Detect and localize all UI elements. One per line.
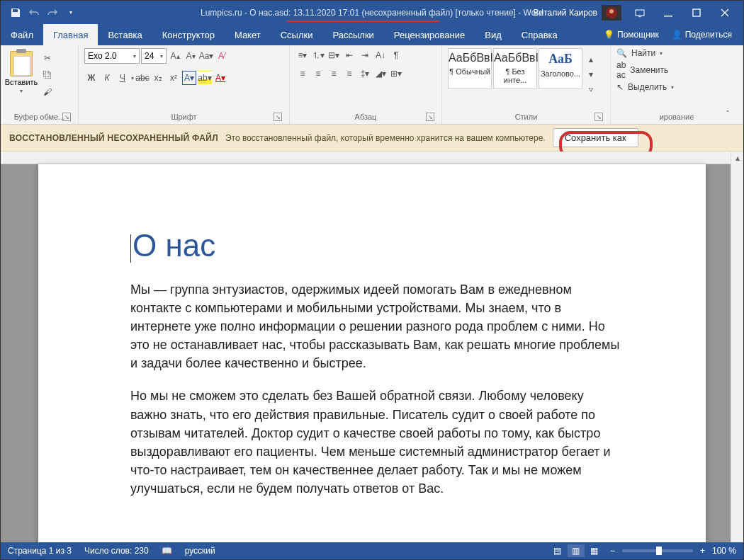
recovery-title: ВОССТАНОВЛЕННЫЙ НЕСОХРАНЕННЫЙ ФАЙЛ — [9, 133, 218, 143]
svg-rect-2 — [636, 10, 644, 16]
styles-row-up-icon[interactable]: ▴ — [584, 52, 598, 67]
qat-customize-icon[interactable]: ▾ — [64, 6, 77, 19]
tab-view[interactable]: Вид — [475, 24, 512, 45]
cursor-icon: ↖ — [616, 82, 624, 92]
tab-home[interactable]: Главная — [43, 24, 98, 45]
tab-design[interactable]: Конструктор — [152, 24, 225, 45]
zoom-out-icon[interactable]: − — [610, 546, 615, 556]
change-case-icon[interactable]: Aa▾ — [199, 49, 213, 63]
dialog-launcher-icon[interactable]: ↘ — [62, 113, 71, 121]
document-area: ▴ О нас Мы — группа энтузиастов, одержим… — [1, 152, 743, 542]
tab-review[interactable]: Рецензирование — [384, 24, 475, 45]
align-left-icon[interactable]: ≡ — [295, 67, 310, 81]
paste-button[interactable]: Вставить ▾ — [6, 48, 36, 111]
collapse-ribbon-icon[interactable]: ˆ — [726, 110, 738, 121]
share-icon: 👤 — [672, 30, 682, 40]
dialog-launcher-icon[interactable]: ↘ — [426, 113, 434, 121]
borders-icon[interactable]: ⊞▾ — [389, 67, 403, 81]
select-button[interactable]: ↖Выделить ▾ — [616, 82, 674, 92]
tab-insert[interactable]: Вставка — [98, 24, 152, 45]
bold-button[interactable]: Ж — [84, 71, 98, 85]
text-effects-icon[interactable]: A▾ — [182, 71, 196, 85]
clear-format-icon[interactable]: A⁄ — [215, 49, 229, 63]
vertical-scrollbar[interactable]: ▴ — [731, 152, 743, 542]
increase-indent-icon[interactable]: ⇥ — [358, 48, 372, 62]
status-words[interactable]: Число слов: 230 — [84, 546, 149, 556]
numbering-icon[interactable]: ⒈▾ — [311, 48, 325, 62]
find-button[interactable]: 🔍Найти ▾ — [616, 48, 674, 58]
dialog-launcher-icon[interactable]: ↘ — [594, 113, 603, 121]
cut-icon[interactable]: ✂ — [40, 51, 55, 65]
tab-help[interactable]: Справка — [512, 24, 568, 45]
style-heading1[interactable]: АаБ Заголово... — [539, 48, 582, 89]
styles-row-down-icon[interactable]: ▾ — [584, 67, 598, 81]
print-layout-icon[interactable]: ▥ — [568, 544, 585, 557]
bullets-icon[interactable]: ≡▾ — [295, 48, 310, 62]
sort-icon[interactable]: A↓ — [373, 48, 388, 62]
save-icon[interactable] — [9, 6, 22, 19]
multilevel-icon[interactable]: ⊟▾ — [327, 48, 341, 62]
status-page[interactable]: Страница 1 из 3 — [8, 546, 72, 556]
format-painter-icon[interactable]: 🖌 — [40, 85, 55, 99]
horizontal-ruler[interactable] — [1, 152, 731, 164]
line-spacing-icon[interactable]: ‡▾ — [358, 67, 372, 81]
tell-me-button[interactable]: 💡Помощник — [598, 30, 665, 40]
share-button[interactable]: 👤Поделиться — [666, 30, 738, 40]
decrease-indent-icon[interactable]: ⇤ — [342, 48, 356, 62]
italic-button[interactable]: К — [100, 71, 114, 85]
style-no-spacing[interactable]: АаБбВвІ ¶ Без инте... — [493, 48, 537, 89]
redo-icon[interactable] — [46, 6, 59, 19]
user-name[interactable]: Виталий Каиров — [533, 8, 597, 18]
zoom-in-icon[interactable]: + — [700, 546, 705, 556]
minimize-icon[interactable] — [654, 3, 682, 23]
ribbon: Вставить ▾ ✂ ⿻ 🖌 Буфер обме...↘ Exo 2.0▾… — [1, 45, 743, 125]
status-proofing-icon[interactable]: 📖 — [162, 546, 172, 556]
style-name: ¶ Без инте... — [494, 67, 536, 84]
save-as-button[interactable]: Сохранить как — [553, 128, 638, 147]
tab-mailings[interactable]: Рассылки — [322, 24, 383, 45]
doc-heading: О нас — [130, 228, 621, 263]
read-mode-icon[interactable]: ▤ — [549, 544, 566, 557]
ribbon-display-icon[interactable] — [626, 3, 654, 23]
strikethrough-icon[interactable]: abc — [135, 71, 150, 85]
shading-icon[interactable]: ◢▾ — [373, 67, 388, 81]
find-label: Найти — [631, 48, 655, 58]
style-preview: АаБбВвІ — [449, 52, 491, 64]
subscript-icon[interactable]: x₂ — [151, 71, 165, 85]
zoom-slider[interactable] — [622, 549, 693, 552]
font-color-icon[interactable]: A▾ — [213, 71, 227, 85]
user-avatar[interactable] — [602, 5, 621, 21]
status-language[interactable]: русский — [185, 546, 215, 556]
grow-font-icon[interactable]: A▴ — [168, 49, 182, 63]
font-name-combo[interactable]: Exo 2.0▾ — [84, 48, 140, 64]
tab-file[interactable]: Файл — [1, 24, 43, 45]
superscript-icon[interactable]: x² — [167, 71, 181, 85]
replace-icon: abac — [616, 60, 626, 80]
replace-button[interactable]: abacЗаменить — [616, 60, 674, 80]
tab-references[interactable]: Ссылки — [271, 24, 323, 45]
web-layout-icon[interactable]: ▦ — [586, 544, 603, 557]
styles-expand-icon[interactable]: ▿ — [584, 82, 598, 96]
dialog-launcher-icon[interactable]: ↘ — [274, 113, 282, 121]
style-normal[interactable]: АаБбВвІ ¶ Обычный — [448, 48, 492, 89]
highlight-icon[interactable]: ab▾ — [198, 71, 212, 85]
word-window: ▾ Lumpics.ru - О нас.asd: 13.11.2020 17:… — [0, 0, 744, 560]
underline-button[interactable]: Ч — [115, 71, 130, 85]
zoom-level[interactable]: 100 % — [712, 546, 736, 556]
shrink-font-icon[interactable]: A▾ — [184, 49, 198, 63]
undo-icon[interactable] — [28, 6, 40, 19]
maximize-icon[interactable] — [682, 3, 711, 23]
align-center-icon[interactable]: ≡ — [311, 67, 325, 81]
tab-layout[interactable]: Макет — [225, 24, 271, 45]
quick-access-toolbar: ▾ — [1, 6, 86, 19]
copy-icon[interactable]: ⿻ — [40, 68, 55, 82]
group-font: Exo 2.0▾ 24▾ A▴ A▾ Aa▾ A⁄ Ж К Ч▾ abc x₂ … — [79, 45, 290, 124]
justify-icon[interactable]: ≡ — [342, 67, 356, 81]
document-page[interactable]: О нас Мы — группа энтузиастов, одержимых… — [38, 164, 706, 542]
align-right-icon[interactable]: ≡ — [327, 67, 341, 81]
scroll-up-icon[interactable]: ▴ — [731, 152, 743, 164]
font-size-combo[interactable]: 24▾ — [141, 48, 167, 64]
show-marks-icon[interactable]: ¶ — [389, 48, 403, 62]
view-buttons: ▤ ▥ ▦ — [549, 544, 603, 557]
close-icon[interactable] — [711, 3, 739, 23]
